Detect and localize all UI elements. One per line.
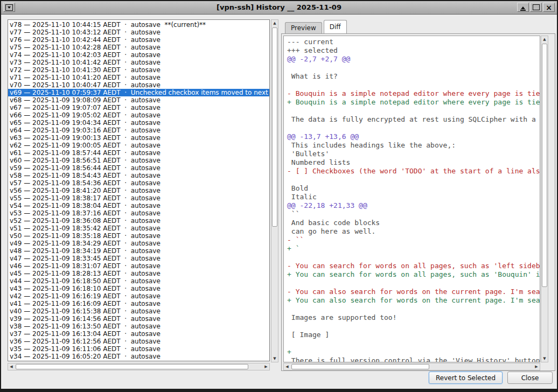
list-item[interactable]: v56 — 2025-11-09 18:41:20 AEDT · autosav… xyxy=(8,187,269,194)
diff-line xyxy=(287,176,540,184)
diff-line: - [ ] Checkboxes (the word 'TODO' at the… xyxy=(287,167,540,176)
list-item[interactable]: v43 — 2025-11-09 16:18:10 AEDT · autosav… xyxy=(8,285,269,292)
list-item[interactable]: v73 — 2025-11-10 10:41:42 AEDT · autosav… xyxy=(8,59,269,66)
tab-preview[interactable]: Preview xyxy=(285,22,322,33)
diff-line: [ Image ] xyxy=(287,331,540,339)
list-item[interactable]: v55 — 2025-11-09 18:38:17 AEDT · autosav… xyxy=(8,194,269,202)
diff-line: - Bouquin is a simple notepad editor whe… xyxy=(287,89,540,98)
list-item[interactable]: v49 — 2025-11-09 18:34:29 AEDT · autosav… xyxy=(8,240,269,247)
list-item[interactable]: v45 — 2025-11-09 18:28:13 AEDT · autosav… xyxy=(8,270,269,277)
scrollbar-thumb[interactable] xyxy=(291,364,429,369)
list-item[interactable]: v53 — 2025-11-09 18:37:16 AEDT · autosav… xyxy=(8,209,269,217)
scroll-right-icon[interactable]: ▶ xyxy=(533,363,540,370)
list-item[interactable]: v68 — 2025-11-09 19:08:09 AEDT · autosav… xyxy=(8,96,269,104)
list-item[interactable]: v78 — 2025-11-10 10:44:15 AEDT · autosav… xyxy=(8,21,269,29)
list-item[interactable]: v66 — 2025-11-09 19:05:02 AEDT · autosav… xyxy=(8,111,269,119)
diff-line: - `` xyxy=(287,236,540,244)
diff-line: This includes headings like the above,: xyxy=(287,141,540,150)
list-item[interactable]: v59 — 2025-11-09 18:56:44 AEDT · autosav… xyxy=(8,164,269,172)
list-item[interactable]: v54 — 2025-11-09 18:38:04 AEDT · autosav… xyxy=(8,202,269,209)
list-item[interactable]: v46 — 2025-11-09 18:31:07 AEDT · autosav… xyxy=(8,262,269,270)
list-item[interactable]: v50 — 2025-11-09 18:35:18 AEDT · autosav… xyxy=(8,232,269,240)
scrollbar-thumb[interactable] xyxy=(16,364,248,369)
list-item[interactable]: v64 — 2025-11-09 19:03:16 AEDT · autosav… xyxy=(8,127,269,134)
history-window: [vpn-ssh] History __ 2025-11-09 × v78 — … xyxy=(0,0,558,392)
list-item[interactable]: v71 — 2025-11-10 10:41:20 AEDT · autosav… xyxy=(8,74,269,81)
scroll-left-icon[interactable]: ◀ xyxy=(8,363,15,370)
list-item[interactable]: v44 — 2025-11-09 16:18:50 AEDT · autosav… xyxy=(8,277,269,285)
scroll-right-icon[interactable]: ▶ xyxy=(263,363,269,370)
list-item[interactable]: v36 — 2025-11-09 16:12:56 AEDT · autosav… xyxy=(8,338,269,345)
list-item[interactable]: v47 — 2025-11-09 18:33:45 AEDT · autosav… xyxy=(8,255,269,262)
list-item[interactable]: v51 — 2025-11-09 18:35:42 AEDT · autosav… xyxy=(8,225,269,232)
list-item[interactable]: v34 — 2025-11-09 16:05:20 AEDT · autosav… xyxy=(8,353,269,360)
close-button[interactable]: Close xyxy=(507,372,553,384)
footer-button-bar: Revert to Selected Close xyxy=(429,372,553,384)
diff-line: + You can search for words on all pages,… xyxy=(287,270,540,279)
diff-line: @@ -2,7 +2,7 @@ xyxy=(287,55,540,64)
scroll-down-icon[interactable]: ▼ xyxy=(541,355,548,362)
list-item[interactable]: v69 — 2025-11-10 07:59:37 AEDT · Uncheck… xyxy=(8,89,269,96)
scroll-up-icon[interactable]: ▲ xyxy=(271,20,278,26)
list-item[interactable]: v35 — 2025-11-09 16:11:06 AEDT · autosav… xyxy=(8,345,269,353)
list-item[interactable]: v41 — 2025-11-09 16:16:09 AEDT · autosav… xyxy=(8,300,269,307)
list-item[interactable]: v70 — 2025-11-10 10:40:47 AEDT · autosav… xyxy=(8,81,269,89)
shade-icon xyxy=(520,4,526,11)
diff-line: @@ -13,7 +13,6 @@ xyxy=(287,132,540,141)
list-item[interactable]: v58 — 2025-11-09 18:54:43 AEDT · autosav… xyxy=(8,172,269,179)
diff-line xyxy=(287,81,540,89)
diff-vertical-scrollbar[interactable]: ▲ ▼ xyxy=(541,36,548,362)
list-item[interactable]: v38 — 2025-11-09 16:13:50 AEDT · autosav… xyxy=(8,323,269,330)
list-item[interactable]: v65 — 2025-11-09 19:04:34 AEDT · autosav… xyxy=(8,119,269,127)
list-item[interactable]: v76 — 2025-11-10 10:42:44 AEDT · autosav… xyxy=(8,36,269,44)
diff-line: Italic xyxy=(287,193,540,201)
maximize-button[interactable] xyxy=(530,3,542,12)
diff-content[interactable]: --- current+++ selected@@ -2,7 +2,7 @@ W… xyxy=(283,36,540,362)
history-list[interactable]: v78 — 2025-11-10 10:44:15 AEDT · autosav… xyxy=(8,19,270,361)
list-item[interactable]: v40 — 2025-11-09 16:15:38 AEDT · autosav… xyxy=(8,307,269,315)
history-list-horizontal-scrollbar[interactable]: ◀ ▶ xyxy=(8,363,270,370)
diff-line: There is full version control via the 'V… xyxy=(287,356,540,362)
tab-diff[interactable]: Diff xyxy=(324,20,347,33)
close-icon: × xyxy=(546,4,552,11)
diff-line xyxy=(287,124,540,132)
scroll-down-icon[interactable]: ▼ xyxy=(271,355,278,362)
shade-button[interactable] xyxy=(517,3,529,12)
list-item[interactable]: v48 — 2025-11-09 18:34:19 AEDT · autosav… xyxy=(8,247,269,255)
list-item[interactable]: v33 — 2025-11-09 16:05:01 AEDT · autosav… xyxy=(8,360,269,361)
list-item[interactable]: v57 — 2025-11-09 18:54:36 AEDT · autosav… xyxy=(8,179,269,187)
list-item[interactable]: v75 — 2025-11-10 10:42:28 AEDT · autosav… xyxy=(8,44,269,51)
revert-to-selected-button[interactable]: Revert to Selected xyxy=(429,372,503,384)
scroll-left-icon[interactable]: ◀ xyxy=(284,363,290,370)
diff-line: can go here as well. xyxy=(287,227,540,236)
list-item[interactable]: v63 — 2025-11-09 19:00:13 AEDT · autosav… xyxy=(8,134,269,142)
list-item[interactable]: v74 — 2025-11-10 10:42:03 AEDT · autosav… xyxy=(8,51,269,59)
diff-horizontal-scrollbar[interactable]: ◀ ▶ xyxy=(283,363,540,370)
notebook-body: --- current+++ selected@@ -2,7 +2,7 @@ W… xyxy=(281,33,555,371)
diff-line: @@ -22,18 +21,33 @@ xyxy=(287,201,540,210)
titlebar[interactable]: [vpn-ssh] History __ 2025-11-09 × xyxy=(1,1,557,15)
scrollbar-thumb[interactable] xyxy=(542,44,547,287)
maximize-icon xyxy=(533,4,540,10)
list-item[interactable]: v60 — 2025-11-09 18:56:51 AEDT · autosav… xyxy=(8,157,269,164)
list-item[interactable]: v62 — 2025-11-09 19:00:05 AEDT · autosav… xyxy=(8,142,269,149)
list-item[interactable]: v37 — 2025-11-09 16:13:04 AEDT · autosav… xyxy=(8,330,269,338)
history-list-vertical-scrollbar[interactable]: ▲ ▼ xyxy=(271,19,278,362)
list-item[interactable]: v39 — 2025-11-09 16:14:56 AEDT · autosav… xyxy=(8,315,269,323)
list-item[interactable]: v72 — 2025-11-10 10:41:30 AEDT · autosav… xyxy=(8,66,269,74)
list-item[interactable]: v42 — 2025-11-09 16:16:19 AEDT · autosav… xyxy=(8,292,269,300)
list-item[interactable]: v67 — 2025-11-09 19:07:07 AEDT · autosav… xyxy=(8,104,269,111)
diff-line: - You can also search for words on the c… xyxy=(287,288,540,296)
diff-line xyxy=(287,107,540,115)
diff-line: 'Bullets' xyxy=(287,150,540,158)
scroll-up-icon[interactable]: ▲ xyxy=(541,36,548,43)
window-close-button[interactable]: × xyxy=(543,3,555,12)
window-menu-button[interactable] xyxy=(3,3,15,12)
window-menu-icon xyxy=(5,4,13,11)
list-item[interactable]: v77 — 2025-11-10 10:43:12 AEDT · autosav… xyxy=(8,29,269,36)
scrollbar-thumb[interactable] xyxy=(272,27,277,227)
list-item[interactable]: v61 — 2025-11-09 18:57:44 AEDT · autosav… xyxy=(8,149,269,157)
diff-line: And basic code blocks xyxy=(287,219,540,227)
list-item[interactable]: v52 — 2025-11-09 18:36:08 AEDT · autosav… xyxy=(8,217,269,225)
diff-line xyxy=(287,322,540,331)
